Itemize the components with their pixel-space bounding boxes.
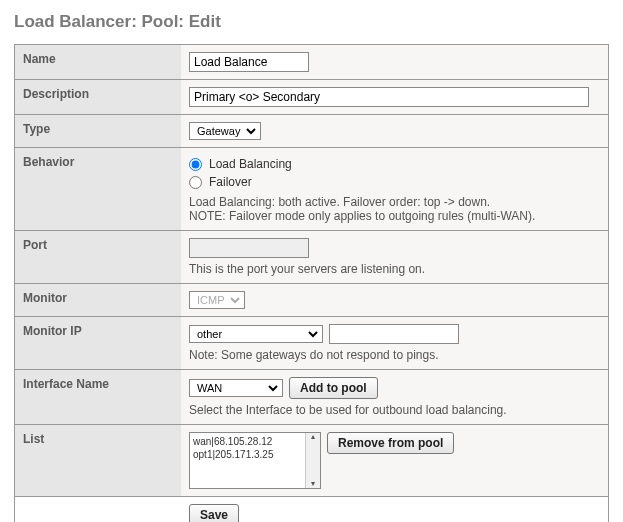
monitor-ip-label: Monitor IP <box>15 316 181 369</box>
remove-from-pool-button[interactable]: Remove from pool <box>327 432 454 454</box>
type-select[interactable]: Gateway <box>191 123 259 139</box>
pool-listbox[interactable]: wan|68.105.28.12 opt1|205.171.3.25 ▴ ▾ <box>189 432 321 489</box>
behavior-load-balancing-label: Load Balancing <box>209 155 292 173</box>
description-label: Description <box>15 79 181 114</box>
save-label-spacer <box>15 496 181 522</box>
behavior-field: Load Balancing Failover Load Balancing: … <box>181 147 608 230</box>
interface-name-help: Select the Interface to be used for outb… <box>189 403 600 417</box>
monitor-ip-help: Note: Some gateways do not respond to pi… <box>189 348 600 362</box>
port-help: This is the port your servers are listen… <box>189 262 600 276</box>
port-input <box>189 238 309 258</box>
form-table: Name Description Type Gateway Behavior L… <box>14 44 609 522</box>
monitor-ip-input[interactable] <box>329 324 459 344</box>
behavior-failover-label: Failover <box>209 173 252 191</box>
behavior-failover-radio[interactable] <box>189 176 202 189</box>
list-item[interactable]: wan|68.105.28.12 <box>193 435 306 448</box>
monitor-select: ICMP <box>191 292 243 308</box>
name-label: Name <box>15 44 181 79</box>
name-input[interactable] <box>189 52 309 72</box>
behavior-label: Behavior <box>15 147 181 230</box>
port-label: Port <box>15 230 181 283</box>
type-label: Type <box>15 114 181 147</box>
monitor-field: ICMP <box>181 283 608 316</box>
description-field <box>181 79 608 114</box>
monitor-ip-field: other Note: Some gateways do not respond… <box>181 316 608 369</box>
behavior-help-2: NOTE: Failover mode only applies to outg… <box>189 209 600 223</box>
scroll-up-icon[interactable]: ▴ <box>311 433 315 441</box>
interface-name-field: WAN Add to pool Select the Interface to … <box>181 369 608 424</box>
list-item[interactable]: opt1|205.171.3.25 <box>193 448 306 461</box>
listbox-scrollbar[interactable]: ▴ ▾ <box>305 433 320 488</box>
monitor-label: Monitor <box>15 283 181 316</box>
interface-name-select[interactable]: WAN <box>191 380 281 396</box>
name-field <box>181 44 608 79</box>
description-input[interactable] <box>189 87 589 107</box>
page-title: Load Balancer: Pool: Edit <box>14 12 609 32</box>
add-to-pool-button[interactable]: Add to pool <box>289 377 378 399</box>
scroll-down-icon[interactable]: ▾ <box>311 480 315 488</box>
type-field: Gateway <box>181 114 608 147</box>
list-field: wan|68.105.28.12 opt1|205.171.3.25 ▴ ▾ R… <box>181 424 608 496</box>
monitor-ip-select[interactable]: other <box>191 326 321 342</box>
interface-name-label: Interface Name <box>15 369 181 424</box>
save-button[interactable]: Save <box>189 504 239 522</box>
behavior-help-1: Load Balancing: both active. Failover or… <box>189 195 600 209</box>
list-label: List <box>15 424 181 496</box>
behavior-load-balancing-radio[interactable] <box>189 158 202 171</box>
save-field: Save <box>181 496 608 522</box>
port-field: This is the port your servers are listen… <box>181 230 608 283</box>
